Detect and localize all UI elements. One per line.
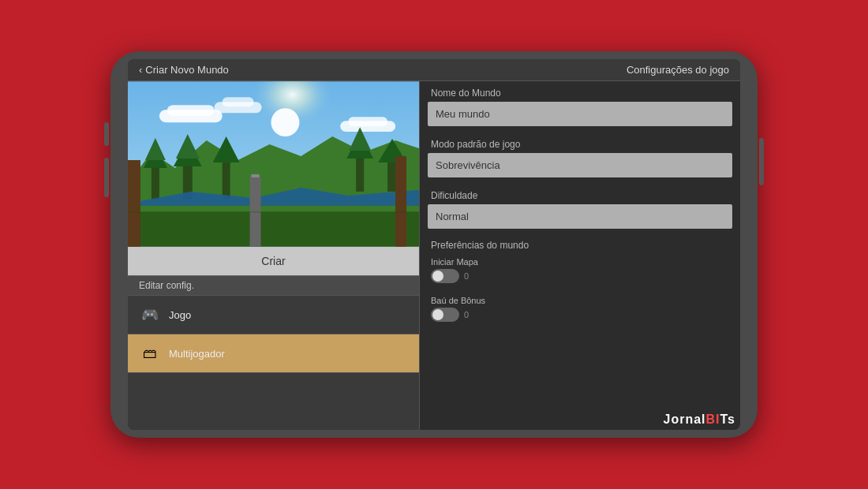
svg-rect-26 [128, 206, 419, 212]
svg-rect-8 [215, 102, 262, 113]
config-item-jogo[interactable]: 🎮 Jogo [128, 296, 419, 334]
config-item-multijogador[interactable]: 🗃 Multijogador [128, 334, 419, 373]
world-name-input[interactable]: Meu mundo [428, 102, 732, 126]
pref-map-item: Iniciar Mapa 0 [420, 254, 740, 293]
svg-rect-27 [128, 160, 140, 247]
jogo-icon: 🎮 [139, 304, 161, 326]
multijogador-label: Multijogador [169, 348, 225, 360]
edit-config-header: Editar config. [128, 275, 419, 296]
watermark-jornal: Jornal [664, 412, 706, 426]
side-button-volume-down [104, 158, 109, 197]
game-mode-label: Modo padrão de jogo [420, 133, 740, 153]
back-navigation[interactable]: ‹ Criar Novo Mundo [139, 64, 229, 76]
create-button-area[interactable]: Criar [128, 247, 419, 275]
jogo-label: Jogo [169, 309, 191, 321]
svg-rect-30 [252, 174, 260, 177]
svg-rect-28 [395, 156, 406, 247]
config-items-list: 🎮 Jogo 🗃 Multijogador [128, 296, 419, 430]
pref-chest-value: 0 [464, 310, 469, 319]
back-label: Criar Novo Mundo [145, 64, 229, 76]
back-arrow-icon: ‹ [139, 64, 142, 76]
pref-chest-label: Baú de Bônus [431, 296, 729, 305]
svg-rect-18 [356, 156, 364, 192]
pref-chest-toggle[interactable] [431, 308, 459, 322]
pref-map-label: Iniciar Mapa [431, 257, 729, 267]
header-bar: ‹ Criar Novo Mundo Configurações do jogo [128, 59, 740, 81]
watermark-bi: BI [706, 412, 720, 426]
watermark: JornalBITs [664, 412, 736, 427]
svg-rect-4 [159, 110, 223, 122]
side-button-power [759, 138, 764, 185]
pref-map-toggle-knob [432, 271, 443, 282]
pref-chest-toggle-knob [432, 309, 443, 320]
pref-chest-toggle-container: 0 [431, 308, 729, 322]
svg-rect-29 [250, 176, 261, 247]
preferences-label: Preferências do mundo [420, 235, 740, 254]
svg-rect-6 [340, 121, 395, 132]
multijogador-icon: 🗃 [139, 342, 161, 364]
side-button-volume-up [104, 122, 109, 146]
pref-map-toggle-container: 0 [431, 269, 729, 283]
screen: ‹ Criar Novo Mundo Configurações do jogo [128, 59, 740, 430]
svg-rect-10 [152, 168, 159, 200]
game-mode-dropdown[interactable]: Sobrevivência [428, 153, 732, 177]
svg-point-2 [271, 108, 300, 136]
left-panel: Criar Editar config. 🎮 Jogo 🗃 Multijogad… [128, 81, 420, 430]
pref-chest-item: Baú de Bônus 0 [420, 293, 740, 331]
create-button[interactable]: Criar [261, 255, 285, 267]
phone-frame: ‹ Criar Novo Mundo Configurações do jogo [110, 51, 758, 438]
difficulty-label: Dificuldade [420, 184, 740, 204]
difficulty-dropdown[interactable]: Normal [428, 204, 732, 229]
page-title: Configurações do jogo [627, 64, 729, 76]
pref-map-value: 0 [464, 271, 469, 281]
world-preview [128, 81, 419, 247]
right-panel: Nome do Mundo Meu mundo Modo padrão de j… [420, 81, 740, 430]
pref-map-toggle[interactable] [431, 269, 459, 283]
settings-section: Nome do Mundo Meu mundo Modo padrão de j… [420, 81, 740, 331]
svg-rect-16 [223, 160, 230, 200]
main-content: Criar Editar config. 🎮 Jogo 🗃 Multijogad… [128, 81, 740, 430]
world-name-label: Nome do Mundo [420, 81, 740, 102]
watermark-ts: Ts [720, 412, 735, 426]
